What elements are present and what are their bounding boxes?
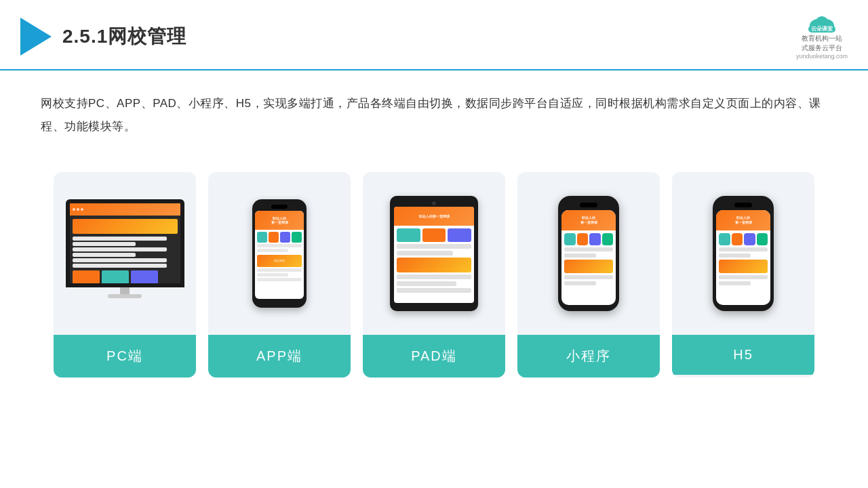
tablet-screen: 职达人的第一堂网课 bbox=[394, 207, 474, 303]
card-label-pad: PAD端 bbox=[363, 335, 505, 378]
card-app: 职达人的第一堂网课 精品课程 bbox=[208, 172, 351, 378]
phone-modern-screen: 职达人的第一堂网课 bbox=[561, 210, 616, 305]
monitor-screen bbox=[66, 199, 184, 287]
card-image-pad: 职达人的第一堂网课 bbox=[363, 172, 505, 335]
cloud-svg-icon: 云朵课堂 bbox=[803, 12, 841, 34]
card-image-miniapp: 职达人的第一堂网课 bbox=[517, 172, 660, 335]
card-label-pc: PC端 bbox=[54, 335, 196, 378]
phone-modern-screen-top: 职达人的第一堂网课 bbox=[561, 210, 616, 230]
phone-h5-notch bbox=[734, 203, 752, 207]
brand-url: yunduoketang.com bbox=[796, 53, 848, 61]
brand-icon: 云朵课堂 bbox=[803, 12, 841, 34]
tablet-mock: 职达人的第一堂网课 bbox=[390, 196, 478, 311]
header: 2.5.1网校管理 云朵课堂 教育机构一站 式服务云平台 yunduoketan… bbox=[0, 0, 868, 70]
header-right: 云朵课堂 教育机构一站 式服务云平台 yunduoketang.com bbox=[796, 12, 848, 61]
svg-text:云朵课堂: 云朵课堂 bbox=[811, 26, 833, 32]
phone-h5: 职达人的第一堂网课 bbox=[713, 196, 774, 311]
card-miniapp: 职达人的第一堂网课 bbox=[517, 172, 660, 378]
phone-screen: 职达人的第一堂网课 精品课程 bbox=[255, 211, 304, 299]
card-label-miniapp: 小程序 bbox=[517, 335, 660, 378]
description: 网校支持PC、APP、PAD、小程序、H5，实现多端打通，产品各终端自由切换，数… bbox=[0, 70, 868, 152]
page-title: 2.5.1网校管理 bbox=[62, 24, 186, 49]
header-left: 2.5.1网校管理 bbox=[20, 18, 186, 56]
description-text: 网校支持PC、APP、PAD、小程序、H5，实现多端打通，产品各终端自由切换，数… bbox=[41, 92, 827, 138]
card-label-h5: H5 bbox=[672, 335, 814, 375]
card-image-pc bbox=[54, 172, 196, 335]
phone-notch bbox=[271, 205, 288, 209]
card-h5: 职达人的第一堂网课 bbox=[672, 172, 814, 378]
brand-tagline: 教育机构一站 式服务云平台 yunduoketang.com bbox=[796, 34, 848, 61]
pc-monitor bbox=[66, 199, 184, 308]
phone-h5-screen-top: 职达人的第一堂网课 bbox=[716, 210, 770, 230]
phone-h5-screen: 职达人的第一堂网课 bbox=[716, 210, 770, 305]
logo-icon bbox=[20, 18, 52, 56]
tablet-camera bbox=[432, 201, 436, 205]
phone-miniapp: 职达人的第一堂网课 bbox=[558, 196, 619, 311]
card-image-h5: 职达人的第一堂网课 bbox=[672, 172, 814, 335]
phone-modern-notch bbox=[580, 203, 597, 207]
card-label-app: APP端 bbox=[208, 335, 351, 378]
card-image-app: 职达人的第一堂网课 精品课程 bbox=[208, 172, 351, 335]
card-pad: 职达人的第一堂网课 bbox=[363, 172, 505, 378]
cards-container: PC端 职达人的第一堂网课 精 bbox=[0, 152, 868, 398]
phone-screen-top: 职达人的第一堂网课 bbox=[255, 211, 304, 230]
brand-logo: 云朵课堂 教育机构一站 式服务云平台 yunduoketang.com bbox=[796, 12, 848, 61]
phone-app: 职达人的第一堂网课 精品课程 bbox=[252, 199, 307, 308]
tablet-screen-top: 职达人的第一堂网课 bbox=[394, 207, 474, 226]
card-pc: PC端 bbox=[54, 172, 196, 378]
